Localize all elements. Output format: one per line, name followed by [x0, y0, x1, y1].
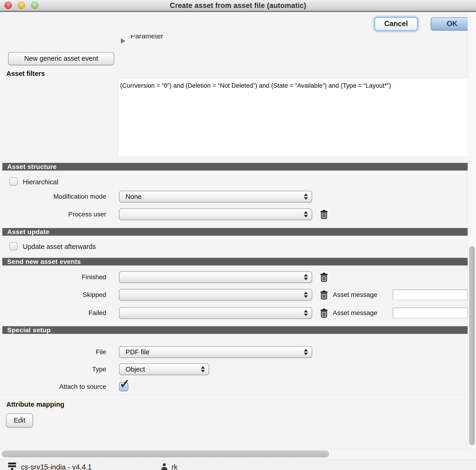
failed-asset-message-label: Asset message [333, 307, 377, 319]
section-header-send-new-asset-events: Send new asset events [2, 258, 468, 266]
section-header-asset-structure: Asset structure [2, 163, 468, 171]
disclosure-triangle-icon[interactable] [121, 38, 125, 44]
close-icon[interactable] [4, 2, 12, 9]
trash-icon[interactable] [320, 308, 328, 318]
stepper-icon [304, 274, 308, 280]
process-user-dropdown[interactable] [119, 208, 312, 220]
attach-to-source-label: Attach to source [0, 381, 106, 392]
modification-mode-label: Modification mode [0, 191, 106, 202]
cancel-button[interactable]: Cancel [375, 18, 417, 31]
content-edge-line [468, 12, 468, 449]
update-asset-afterwards-label: Update asset afterwards [23, 243, 96, 251]
divider [2, 395, 468, 395]
trash-icon[interactable] [320, 290, 328, 299]
stepper-icon [304, 349, 308, 355]
attach-to-source-checkbox[interactable]: ✓ [119, 382, 128, 391]
trash-icon[interactable] [320, 272, 328, 282]
statusbar-divider [0, 459, 476, 460]
file-dropdown[interactable]: PDF file [119, 346, 312, 358]
failed-dropdown[interactable] [119, 307, 312, 319]
skipped-asset-message-input[interactable] [393, 289, 468, 300]
type-dropdown[interactable]: Object [119, 363, 209, 375]
finished-dropdown[interactable] [119, 271, 312, 283]
zoom-icon[interactable] [31, 2, 38, 9]
window-title: Create asset from asset file (automatic) [0, 0, 476, 11]
title-bar[interactable]: Create asset from asset file (automatic) [0, 0, 476, 12]
trash-icon[interactable] [320, 210, 328, 219]
attribute-mapping-label: Attribute mapping [6, 401, 64, 408]
minimize-icon[interactable] [18, 2, 25, 9]
section-header-special-setup: Special setup [2, 326, 468, 334]
horizontal-scrollbar-thumb[interactable] [2, 451, 329, 457]
hierarchical-checkbox[interactable] [9, 177, 18, 186]
failed-label: Failed [0, 307, 106, 319]
section-header-asset-update: Asset update [2, 228, 468, 236]
user-status-text: rk [171, 463, 178, 470]
skipped-dropdown[interactable] [119, 289, 312, 301]
stepper-icon [304, 310, 308, 316]
hierarchical-label: Hierarchical [23, 178, 58, 186]
failed-asset-message-input[interactable] [393, 307, 468, 318]
ok-button[interactable]: OK [431, 18, 474, 31]
vertical-scrollbar-thumb[interactable] [469, 246, 475, 445]
check-icon: ✓ [119, 377, 130, 390]
modification-mode-dropdown[interactable]: None [119, 191, 312, 202]
edit-button[interactable]: Edit [6, 414, 33, 427]
process-user-label: Process user [0, 208, 106, 220]
skipped-asset-message-label: Asset message [333, 289, 377, 301]
server-icon [8, 463, 16, 470]
stepper-icon [201, 366, 205, 373]
parameter-label: Parameter [131, 35, 163, 40]
parameter-row[interactable]: Parameter [116, 35, 223, 44]
server-status-text: cs-srv15-india - v4.4.1 [21, 463, 92, 470]
stepper-icon [304, 194, 308, 200]
file-label: File [0, 346, 106, 358]
skipped-label: Skipped [0, 289, 106, 301]
stepper-icon [304, 211, 308, 217]
asset-filters-textarea[interactable]: (Currversion = “0”) and (Deletion = “Not… [119, 79, 468, 156]
stepper-icon [304, 292, 308, 298]
finished-label: Finished [0, 271, 106, 283]
dialog-window: { "window": { "title": "Create asset fro… [0, 0, 476, 470]
asset-filters-label: Asset filters [6, 70, 45, 77]
user-icon [160, 463, 168, 470]
new-generic-asset-event-button[interactable]: New generic asset event [8, 52, 114, 65]
update-asset-afterwards-checkbox[interactable] [9, 242, 18, 250]
type-label: Type [0, 363, 106, 375]
